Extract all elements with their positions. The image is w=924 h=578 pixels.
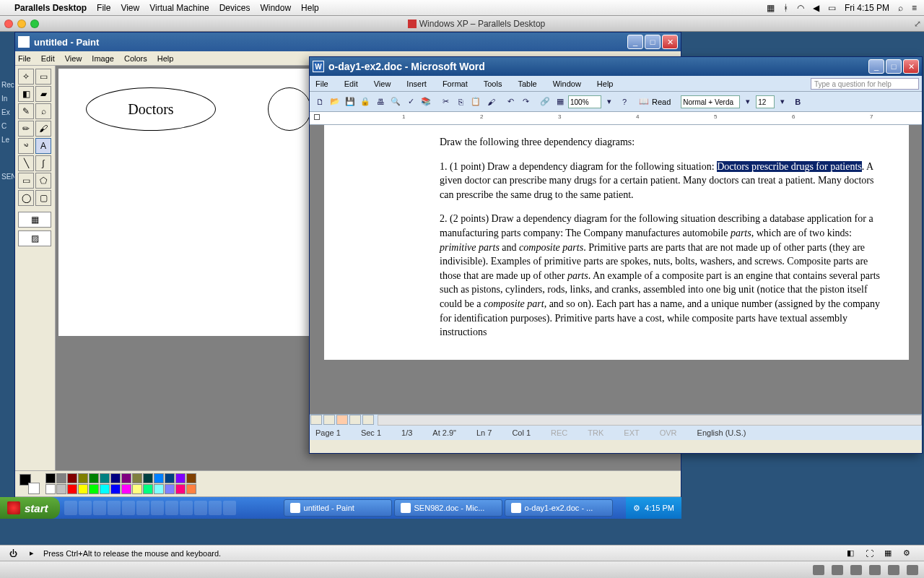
taskbar-item-sen982[interactable]: SEN982.doc - Mic... <box>394 499 502 517</box>
color-swatch[interactable] <box>100 484 110 494</box>
minimize-button[interactable]: _ <box>627 35 643 49</box>
zoom-button[interactable] <box>30 20 39 28</box>
font-size-dropdown-icon[interactable]: ▾ <box>775 95 790 109</box>
color-swatch[interactable] <box>56 484 66 494</box>
research-icon[interactable]: 📚 <box>419 95 433 109</box>
rounded-rect-tool[interactable]: ▢ <box>35 190 51 206</box>
brush-tool[interactable]: 🖌 <box>35 121 51 137</box>
font-size-combo[interactable]: 12 <box>756 95 775 108</box>
save-icon[interactable]: 💾 <box>343 95 357 109</box>
redo-icon[interactable]: ↷ <box>518 95 533 109</box>
new-doc-icon[interactable]: 🗋 <box>313 95 327 109</box>
ql-app4-icon[interactable] <box>180 501 193 515</box>
rectangle-tool[interactable]: ▭ <box>18 173 34 189</box>
menu-file[interactable]: File <box>313 79 331 88</box>
color-swatch[interactable] <box>186 484 196 494</box>
taskbar-item-paint[interactable]: untitled - Paint <box>284 499 392 517</box>
paste-icon[interactable]: 📋 <box>468 95 483 109</box>
menu-help[interactable]: Help <box>301 3 319 13</box>
color-swatch[interactable] <box>121 484 131 494</box>
maximize-button[interactable]: □ <box>886 59 902 74</box>
tool-option-transparent[interactable]: ▨ <box>18 230 51 246</box>
help-icon[interactable]: ? <box>617 95 632 109</box>
ql-firefox-icon[interactable] <box>165 501 178 515</box>
normal-view-button[interactable] <box>310 415 322 425</box>
color-swatch[interactable] <box>175 473 186 483</box>
read-label[interactable]: Read <box>652 98 671 106</box>
ql-app2-icon[interactable] <box>136 501 149 515</box>
color-swatch[interactable] <box>45 484 56 494</box>
color-swatch[interactable] <box>89 484 99 494</box>
fullscreen-icon[interactable]: ⛶ <box>862 548 876 559</box>
close-button[interactable]: ✕ <box>662 35 678 49</box>
menu-view[interactable]: View <box>371 79 394 88</box>
print-preview-icon[interactable]: 🔍 <box>388 95 403 109</box>
ql-ie-icon[interactable] <box>79 501 92 515</box>
color-swatch[interactable] <box>143 484 153 494</box>
menu-colors[interactable]: Colors <box>124 51 147 65</box>
color-swatch[interactable] <box>154 484 164 494</box>
menu-devices[interactable]: Devices <box>219 3 250 13</box>
horizontal-scrollbar[interactable] <box>378 415 922 426</box>
minimize-button[interactable] <box>17 20 26 28</box>
fg-bg-color[interactable] <box>19 474 40 494</box>
bold-button[interactable]: B <box>790 95 805 109</box>
line-tool[interactable]: ╲ <box>18 155 34 171</box>
word-window[interactable]: W o-day1-ex2.doc - Microsoft Word _ □ ✕ … <box>309 56 923 454</box>
menu-window[interactable]: Window <box>550 79 584 88</box>
ellipse-tool[interactable]: ◯ <box>18 190 34 206</box>
tray-icon[interactable]: ⚙ <box>633 504 640 513</box>
device-sound-icon[interactable] <box>869 565 881 575</box>
menu-file[interactable]: File <box>97 3 110 13</box>
zoom-combo[interactable]: 100% <box>568 95 601 108</box>
app-name[interactable]: Parallels Desktop <box>14 3 87 13</box>
vm-desktop[interactable]: RecInExCLeSEN untitled - Paint _ □ ✕ Fil… <box>0 32 924 553</box>
airbrush-tool[interactable]: ༄ <box>18 138 34 154</box>
color-swatch[interactable] <box>165 473 175 483</box>
zoom-dropdown-icon[interactable]: ▾ <box>602 95 616 109</box>
taskbar-item-oday1[interactable]: o-day1-ex2.doc - ... <box>505 499 613 517</box>
menu-virtual-machine[interactable]: Virtual Machine <box>149 3 209 13</box>
play-icon[interactable]: ▸ <box>25 548 39 559</box>
color-swatch[interactable] <box>186 473 196 483</box>
color-swatch[interactable] <box>132 473 142 483</box>
reading-view-button[interactable] <box>362 415 374 425</box>
eraser-tool[interactable]: ◧ <box>18 86 34 102</box>
status-trk[interactable]: TRK <box>588 428 603 437</box>
undo-icon[interactable]: ↶ <box>503 95 518 109</box>
ql-show-desktop-icon[interactable] <box>64 501 77 515</box>
read-icon[interactable]: 📖 <box>637 95 651 109</box>
color-swatch[interactable] <box>100 473 110 483</box>
tray-clock[interactable]: 4:15 PM <box>645 504 674 512</box>
status-ovr[interactable]: OVR <box>660 428 677 437</box>
menu-tools[interactable]: Tools <box>481 79 505 88</box>
format-painter-icon[interactable]: 🖌 <box>484 95 498 109</box>
tab-selector-icon[interactable] <box>314 114 320 120</box>
menu-image[interactable]: Image <box>92 51 114 65</box>
power-icon[interactable]: ⏻ <box>6 548 20 559</box>
tables-borders-icon[interactable]: ▦ <box>553 95 567 109</box>
copy-icon[interactable]: ⎘ <box>453 95 468 109</box>
menu-help[interactable]: Help <box>157 51 174 65</box>
device-shared-icon[interactable] <box>907 565 918 575</box>
close-button[interactable]: ✕ <box>903 59 919 74</box>
status-language[interactable]: English (U.S.) <box>697 428 746 437</box>
ql-expand-icon[interactable] <box>223 501 236 515</box>
paint-titlebar[interactable]: untitled - Paint _ □ ✕ <box>15 33 681 51</box>
spellcheck-icon[interactable]: ✓ <box>404 95 418 109</box>
minimize-button[interactable]: _ <box>868 59 884 74</box>
color-swatch[interactable] <box>154 473 164 483</box>
fullscreen-icon[interactable]: ⤢ <box>914 19 921 29</box>
print-layout-view-button[interactable] <box>336 415 348 425</box>
ql-app1-icon[interactable] <box>122 501 135 515</box>
device-network-icon[interactable] <box>850 565 862 575</box>
ql-eclipse-icon[interactable] <box>209 501 222 515</box>
fill-tool[interactable]: ▰ <box>35 86 51 102</box>
color-swatch[interactable] <box>56 473 66 483</box>
menu-view[interactable]: View <box>65 51 82 65</box>
menu-format[interactable]: Format <box>440 79 471 88</box>
menu-help[interactable]: Help <box>594 79 616 88</box>
color-swatch[interactable] <box>110 473 121 483</box>
device-usb-icon[interactable] <box>888 565 899 575</box>
menu-extras-icon[interactable]: ≡ <box>912 3 917 13</box>
